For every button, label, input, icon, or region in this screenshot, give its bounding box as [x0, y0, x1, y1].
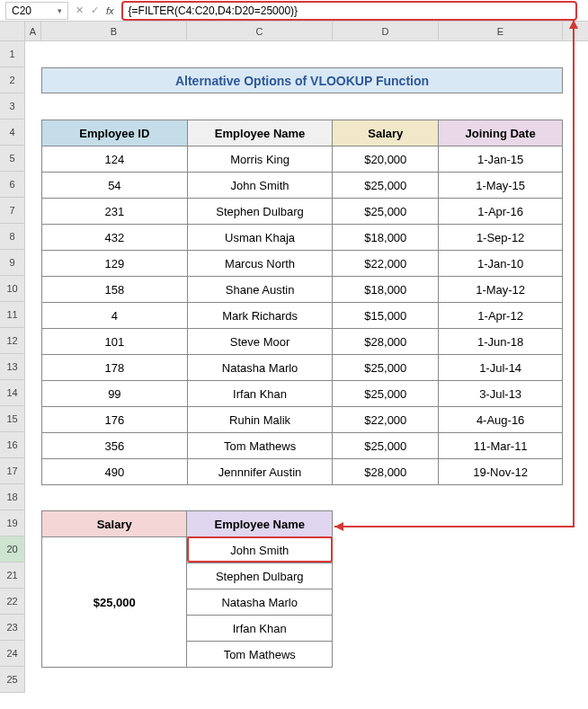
cell-date[interactable]: 19-Nov-12	[439, 459, 563, 485]
cell-salary[interactable]: $25,000	[333, 355, 439, 381]
cell-id[interactable]: 99	[42, 381, 188, 407]
cell-name[interactable]: Shane Austin	[187, 277, 333, 303]
row-header[interactable]: 1	[0, 41, 25, 67]
row-header[interactable]: 11	[0, 302, 25, 328]
row-header[interactable]: 17	[0, 458, 25, 484]
cell-id[interactable]: 178	[42, 355, 188, 381]
cell-name[interactable]: Irfan Khan	[187, 381, 333, 407]
cell-salary[interactable]: $28,000	[333, 329, 439, 355]
result-name[interactable]: Tom Mathews	[187, 642, 333, 668]
row-header[interactable]: 10	[0, 276, 25, 302]
header-salary: Salary	[333, 120, 439, 146]
cell-salary[interactable]: $22,000	[333, 251, 439, 277]
cell-id[interactable]: 231	[42, 199, 188, 225]
chevron-down-icon[interactable]: ▾	[58, 6, 62, 15]
cell-date[interactable]: 1-Jan-15	[439, 146, 563, 173]
cell-name[interactable]: Steve Moor	[187, 329, 333, 355]
cell-name[interactable]: John Smith	[187, 173, 333, 199]
fx-icon[interactable]: fx	[106, 5, 114, 16]
cell-name[interactable]: Tom Mathews	[187, 433, 333, 459]
cell-salary[interactable]: $15,000	[333, 303, 439, 329]
cell-date[interactable]: 1-Jul-14	[439, 355, 563, 381]
cell-name[interactable]: Natasha Marlo	[187, 355, 333, 381]
cell-salary[interactable]: $25,000	[333, 381, 439, 407]
cell-name[interactable]: Ruhin Malik	[187, 407, 333, 433]
cell-salary[interactable]: $22,000	[333, 407, 439, 433]
row-header[interactable]: 20	[0, 536, 25, 563]
cell-date[interactable]: 1-Sep-12	[439, 225, 563, 251]
cell-id[interactable]: 101	[42, 329, 188, 355]
cell-id[interactable]: 158	[42, 277, 188, 303]
cell-name[interactable]: Marcus North	[187, 251, 333, 277]
row-header[interactable]: 8	[0, 224, 25, 250]
col-header-C[interactable]: C	[187, 22, 333, 40]
result-name[interactable]: Stephen Dulbarg	[187, 563, 333, 589]
row-header[interactable]: 23	[0, 615, 25, 641]
cell-date[interactable]: 4-Aug-16	[439, 407, 563, 433]
row-header[interactable]: 18	[0, 484, 25, 510]
row-header[interactable]: 16	[0, 432, 25, 458]
row-header[interactable]: 3	[0, 93, 25, 120]
row-header[interactable]: 25	[0, 667, 25, 693]
cell-salary[interactable]: $18,000	[333, 225, 439, 251]
cell-salary[interactable]: $18,000	[333, 277, 439, 303]
cell-date[interactable]: 1-Apr-16	[439, 199, 563, 225]
cell-date[interactable]: 1-May-15	[439, 173, 563, 199]
row-header[interactable]: 9	[0, 250, 25, 276]
cell-salary[interactable]: $28,000	[333, 459, 439, 485]
cell-date[interactable]: 3-Jul-13	[439, 381, 563, 407]
col-header-B[interactable]: B	[41, 22, 187, 40]
cell-name[interactable]: Stephen Dulbarg	[187, 199, 333, 225]
row-header[interactable]: 12	[0, 328, 25, 354]
table-row: 178Natasha Marlo$25,0001-Jul-14	[42, 355, 563, 381]
row-header[interactable]: 21	[0, 563, 25, 589]
cell-id[interactable]: 490	[42, 459, 188, 485]
cell-name[interactable]: Usman Khaja	[187, 225, 333, 251]
cell-id[interactable]: 129	[42, 251, 188, 277]
cell-name[interactable]: Jennnifer Austin	[187, 459, 333, 485]
row-header[interactable]: 15	[0, 406, 25, 432]
cell-salary[interactable]: $25,000	[333, 199, 439, 225]
result-name[interactable]: Natasha Marlo	[187, 589, 333, 616]
row-header[interactable]: 5	[0, 146, 25, 172]
col-header-D[interactable]: D	[333, 22, 439, 40]
cell-id[interactable]: 176	[42, 407, 188, 433]
cell-id[interactable]: 356	[42, 433, 188, 459]
cell-salary[interactable]: $25,000	[333, 433, 439, 459]
row-header[interactable]: 13	[0, 354, 25, 380]
cell-salary[interactable]: $20,000	[333, 146, 439, 173]
row-header[interactable]: 7	[0, 198, 25, 224]
result-salary-value[interactable]: $25,000	[42, 537, 187, 668]
row-header[interactable]: 19	[0, 510, 25, 536]
row-header[interactable]: 6	[0, 172, 25, 198]
row-header[interactable]: 22	[0, 589, 25, 615]
cell-name[interactable]: Mark Richards	[187, 303, 333, 329]
cell-name[interactable]: Morris King	[187, 146, 333, 173]
col-header-A[interactable]: A	[25, 22, 41, 40]
cell-date[interactable]: 11-Mar-11	[439, 433, 563, 459]
cell-id[interactable]: 4	[42, 303, 188, 329]
row-header[interactable]: 24	[0, 641, 25, 667]
formula-input[interactable]: {=FILTER(C4:C20,D4:D20=25000)}	[121, 1, 577, 21]
cell-date[interactable]: 1-Jan-10	[439, 251, 563, 277]
cell-date[interactable]: 1-Apr-12	[439, 303, 563, 329]
cell-salary[interactable]: $25,000	[333, 173, 439, 199]
row-header[interactable]: 2	[0, 67, 25, 93]
header-employee-id: Employee ID	[42, 120, 188, 146]
row-header[interactable]: 4	[0, 120, 25, 146]
result-name[interactable]: Irfan Khan	[187, 616, 333, 642]
row-header[interactable]: 14	[0, 380, 25, 406]
cell-date[interactable]: 1-May-12	[439, 277, 563, 303]
cell-id[interactable]: 54	[42, 173, 188, 199]
name-box[interactable]: C20 ▾	[5, 2, 68, 20]
cell-id[interactable]: 124	[42, 146, 188, 173]
cancel-icon[interactable]: ✕	[76, 4, 84, 16]
col-header-E[interactable]: E	[439, 22, 563, 40]
confirm-icon[interactable]: ✓	[91, 4, 99, 16]
formula-buttons: ✕ ✓ fx	[76, 4, 114, 16]
table-row: 158Shane Austin$18,0001-May-12	[42, 277, 563, 303]
result-name[interactable]: John Smith	[187, 537, 333, 563]
select-all-corner[interactable]	[0, 22, 25, 40]
cell-date[interactable]: 1-Jun-18	[439, 329, 563, 355]
cell-id[interactable]: 432	[42, 225, 188, 251]
